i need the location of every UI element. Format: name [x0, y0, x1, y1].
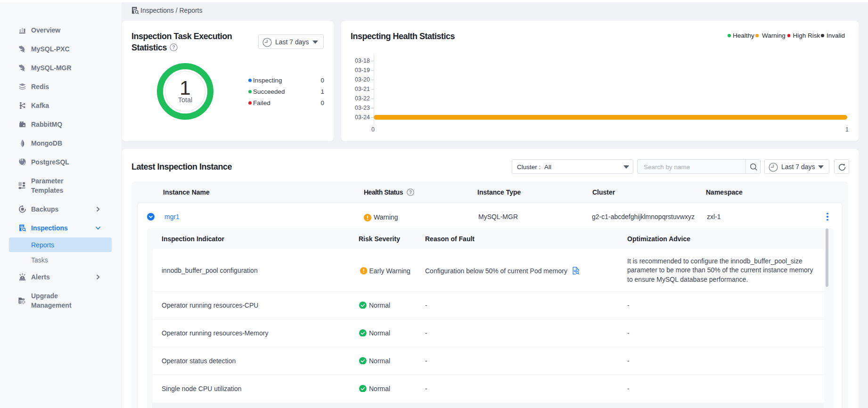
svg-text:?: ?	[409, 190, 411, 195]
